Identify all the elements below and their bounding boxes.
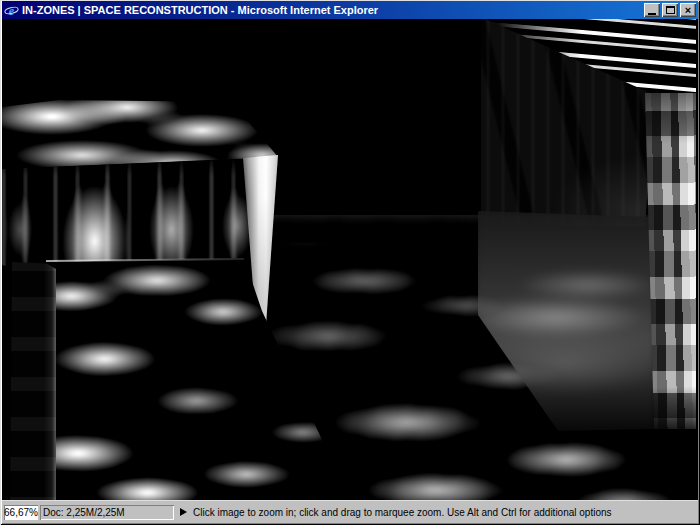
maximize-button[interactable]: [662, 3, 678, 17]
image-viewport[interactable]: [2, 19, 698, 500]
hint-marker-icon: [180, 508, 187, 516]
maximize-icon: [666, 6, 675, 14]
hint-text: Click image to zoom in; click and drag t…: [193, 507, 612, 518]
zoom-level-field[interactable]: 66,67%: [4, 505, 38, 520]
close-button[interactable]: ×: [680, 3, 696, 17]
status-bar: 66,67% Doc: 2,25M/2,25M Click image to z…: [2, 500, 698, 523]
svg-text:e: e: [9, 3, 15, 17]
minimize-icon: [648, 13, 656, 15]
doc-size-field: Doc: 2,25M/2,25M: [40, 505, 174, 520]
window-controls: ×: [644, 3, 696, 17]
status-message: Click image to zoom in; click and drag t…: [180, 507, 696, 518]
window-title: IN-ZONES | SPACE RECONSTRUCTION - Micros…: [22, 1, 641, 19]
title-bar: e IN-ZONES | SPACE RECONSTRUCTION - Micr…: [2, 1, 698, 19]
minimize-button[interactable]: [644, 3, 660, 17]
internet-explorer-icon: e: [4, 3, 19, 18]
browser-window: e IN-ZONES | SPACE RECONSTRUCTION - Micr…: [0, 0, 700, 525]
close-icon: ×: [685, 4, 691, 16]
